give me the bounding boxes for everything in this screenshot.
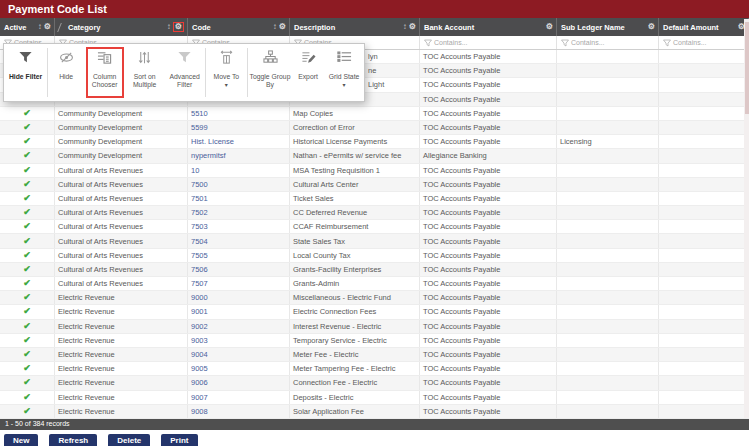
gear-highlight-box: ⚙ — [173, 22, 184, 32]
code-link[interactable]: 7506 — [191, 265, 208, 274]
filter-input-default-amount[interactable]: Contains... — [659, 36, 749, 49]
table-row[interactable]: ✔Electric Revenue9003Temporary Service -… — [0, 334, 749, 348]
sort-arrows-icon[interactable]: ↕ — [167, 23, 171, 31]
code-link[interactable]: 10 — [191, 166, 199, 175]
menu-item-toggle-group-by[interactable]: Toggle Group By — [248, 44, 292, 101]
table-row[interactable]: ✔Electric Revenue9001Electric Connection… — [0, 305, 749, 319]
table-row[interactable]: ✔Cultural of Arts Revenues7501Ticket Sal… — [0, 192, 749, 206]
filter-funnel-icon — [424, 39, 432, 47]
menu-item-hide[interactable]: Hide — [48, 44, 85, 101]
column-options-gear-icon[interactable]: ⚙ — [546, 23, 553, 31]
print-button[interactable]: Print — [161, 434, 197, 446]
column-header-category[interactable]: Category↕⚙ — [55, 18, 188, 36]
table-row[interactable]: ✔Electric Revenue9006Connection Fee - El… — [0, 376, 749, 390]
column-options-gear-icon[interactable]: ⚙ — [279, 23, 286, 31]
table-row[interactable]: ✔Community DevelopmentnypermitsfNathan -… — [0, 149, 749, 163]
refresh-button[interactable]: Refresh — [49, 434, 97, 446]
code-link[interactable]: 5510 — [191, 109, 208, 118]
table-row[interactable]: ✔Cultural of Arts Revenues7504State Sale… — [0, 234, 749, 248]
menu-item-move-to[interactable]: Move To ▾ — [205, 44, 247, 101]
description-cell: Grants-Facility Enterprises — [290, 263, 420, 276]
menu-item-hide-filter[interactable]: Hide Filter — [4, 44, 47, 101]
code-link[interactable]: 9000 — [191, 293, 208, 302]
table-row[interactable]: ✔Community Development5599Correction of … — [0, 121, 749, 135]
table-row[interactable]: ✔Cultural of Arts Revenues10MSA Testing … — [0, 164, 749, 178]
table-row[interactable]: ✔Cultural of Arts Revenues7502CC Deferre… — [0, 206, 749, 220]
code-link[interactable]: 7502 — [191, 208, 208, 217]
code-link[interactable]: 9001 — [191, 307, 208, 316]
code-link[interactable]: 9003 — [191, 336, 208, 345]
active-cell: ✔ — [0, 376, 55, 389]
table-row[interactable]: ✔Cultural of Arts Revenues7506Grants-Fac… — [0, 263, 749, 277]
code-link[interactable]: 9007 — [191, 393, 208, 402]
column-options-gear-icon[interactable]: ⚙ — [648, 23, 655, 31]
column-header-label: Default Amount — [663, 23, 719, 32]
default-amount-cell — [659, 164, 749, 177]
filter-input-bank-account[interactable]: Contains... — [420, 36, 557, 49]
code-link[interactable]: Hist. License — [191, 137, 234, 146]
column-header-default-amount[interactable]: Default Amount⚙ — [659, 18, 749, 36]
bank-account-cell: TOC Accounts Payable — [420, 391, 557, 404]
code-link[interactable]: 9006 — [191, 378, 208, 387]
table-row[interactable]: ✔Community Development5510Map CopiesTOC … — [0, 107, 749, 121]
code-link[interactable]: 5599 — [191, 123, 208, 132]
column-drag-grip-icon — [57, 23, 66, 32]
active-check-icon: ✔ — [23, 307, 31, 316]
sort-arrows-icon[interactable]: ↕ — [273, 23, 277, 31]
column-options-gear-icon[interactable]: ⚙ — [44, 23, 51, 31]
default-amount-cell — [659, 405, 749, 418]
column-options-gear-icon[interactable]: ⚙ — [409, 23, 416, 31]
column-options-gear-icon[interactable]: ⚙ — [175, 22, 182, 31]
menu-item-sort-on-multiple[interactable]: Sort on Multiple — [125, 44, 165, 101]
delete-button[interactable]: Delete — [108, 434, 150, 446]
default-amount-cell — [659, 376, 749, 389]
column-header-label: Description — [294, 23, 335, 32]
active-cell: ✔ — [0, 149, 55, 162]
code-link[interactable]: 7500 — [191, 180, 208, 189]
sub-ledger-cell: Licensing — [557, 135, 659, 148]
table-row[interactable]: ✔Cultural of Arts Revenues7507Grants-Adm… — [0, 277, 749, 291]
table-row[interactable]: ✔Cultural of Arts Revenues7505Local Coun… — [0, 249, 749, 263]
new-button[interactable]: New — [4, 434, 38, 446]
code-link[interactable]: 7507 — [191, 279, 208, 288]
code-link[interactable]: 9008 — [191, 407, 208, 416]
code-link[interactable]: 7503 — [191, 222, 208, 231]
sort-arrows-icon[interactable]: ↕ — [38, 23, 42, 31]
code-link[interactable]: 9002 — [191, 322, 208, 331]
active-check-icon: ✔ — [23, 265, 31, 274]
menu-item-column-chooser[interactable]: Column Chooser — [85, 44, 125, 101]
column-header-active[interactable]: Active↕⚙ — [0, 18, 55, 36]
table-row[interactable]: ✔Electric Revenue9008Solar Application F… — [0, 405, 749, 419]
table-row[interactable]: ✔Cultural of Arts Revenues7503CCAF Reimb… — [0, 220, 749, 234]
scrollbar-thumb[interactable] — [745, 22, 749, 114]
table-row[interactable]: ✔Cultural of Arts Revenues7500Cultural A… — [0, 178, 749, 192]
column-header-description[interactable]: Description↕⚙ — [290, 18, 420, 36]
code-link[interactable]: 7505 — [191, 251, 208, 260]
table-row[interactable]: ✔Electric Revenue9000Miscellaneous - Ele… — [0, 291, 749, 305]
sub-ledger-cell — [557, 164, 659, 177]
code-link[interactable]: 7501 — [191, 194, 208, 203]
column-header-code[interactable]: Code↕⚙ — [188, 18, 290, 36]
table-row[interactable]: ✔Electric Revenue9007Deposits - Electric… — [0, 391, 749, 405]
menu-item-grid-state[interactable]: Grid State ▾ — [324, 44, 364, 101]
code-link[interactable]: nypermitsf — [191, 151, 226, 160]
table-row[interactable]: ✔Electric Revenue9005Meter Tampering Fee… — [0, 362, 749, 376]
bank-account-cell: TOC Accounts Payable — [420, 348, 557, 361]
table-row[interactable]: ✔Electric Revenue9004Meter Fee - Electri… — [0, 348, 749, 362]
sort-arrows-icon[interactable]: ↕ — [403, 23, 407, 31]
description-cell: Grants-Admin — [290, 277, 420, 290]
table-row[interactable]: ✔Community DevelopmentHist. LicenseHisto… — [0, 135, 749, 149]
vertical-scrollbar[interactable] — [744, 19, 749, 418]
filter-input-sub-ledger-name[interactable]: Contains... — [557, 36, 659, 49]
menu-item-advanced-filter[interactable]: Advanced Filter — [165, 44, 205, 101]
bank-account-cell: TOC Accounts Payable — [420, 263, 557, 276]
column-header-sub-ledger-name[interactable]: Sub Ledger Name⚙ — [557, 18, 659, 36]
code-link[interactable]: 9005 — [191, 364, 208, 373]
column-header-bank-account[interactable]: Bank Account⚙ — [420, 18, 557, 36]
sub-ledger-cell — [557, 93, 659, 106]
table-row[interactable]: ✔Electric Revenue9002Interest Revenue - … — [0, 320, 749, 334]
menu-item-export[interactable]: Export — [292, 44, 324, 101]
code-link[interactable]: 9004 — [191, 350, 208, 359]
code-cell: 9005 — [188, 362, 290, 375]
code-link[interactable]: 7504 — [191, 237, 208, 246]
